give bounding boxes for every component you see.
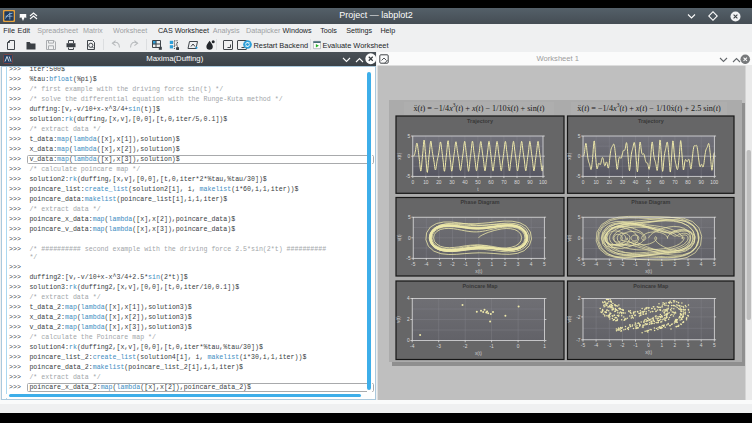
svg-text:3: 3 — [687, 343, 690, 348]
svg-text:5: 5 — [578, 215, 581, 220]
svg-text:v(t): v(t) — [567, 234, 572, 241]
svg-text:v(t): v(t) — [567, 315, 572, 322]
svg-text:5: 5 — [713, 343, 716, 348]
svg-text:1: 1 — [660, 262, 663, 267]
svg-text:0: 0 — [582, 180, 585, 185]
svg-text:-4: -4 — [594, 343, 599, 348]
svg-text:90: 90 — [527, 180, 533, 185]
svg-text:0: 0 — [578, 236, 581, 241]
svg-text:10: 10 — [593, 180, 599, 185]
svg-text:2: 2 — [504, 262, 507, 267]
svg-text:-2: -2 — [620, 262, 625, 267]
svg-text:30: 30 — [449, 180, 455, 185]
svg-text:-5: -5 — [576, 174, 581, 179]
svg-text:-4: -4 — [410, 344, 415, 349]
svg-text:Trajectory: Trajectory — [638, 118, 664, 124]
svg-text:10: 10 — [423, 180, 429, 185]
svg-text:-5: -5 — [411, 262, 416, 267]
svg-text:0: 0 — [411, 180, 414, 185]
svg-text:Phase Diagram: Phase Diagram — [631, 199, 670, 205]
svg-text:1: 1 — [660, 343, 663, 348]
svg-text:0: 0 — [647, 262, 650, 267]
svg-text:30: 30 — [620, 180, 626, 185]
svg-text:90: 90 — [699, 180, 705, 185]
svg-text:4: 4 — [700, 262, 703, 267]
svg-text:50: 50 — [475, 180, 481, 185]
svg-text:5: 5 — [543, 262, 546, 267]
svg-text:Trajectory: Trajectory — [467, 118, 493, 124]
svg-text:4: 4 — [407, 296, 410, 301]
svg-text:70: 70 — [672, 180, 678, 185]
svg-text:20: 20 — [436, 180, 442, 185]
svg-text:-5: -5 — [406, 256, 411, 261]
svg-text:-3: -3 — [607, 343, 612, 348]
svg-text:-1: -1 — [633, 262, 638, 267]
svg-text:100: 100 — [710, 180, 718, 185]
svg-text:1: 1 — [543, 344, 546, 349]
svg-text:20: 20 — [607, 180, 613, 185]
svg-text:50: 50 — [646, 180, 652, 185]
svg-text:0: 0 — [647, 343, 650, 348]
svg-text:-4: -4 — [594, 262, 599, 267]
svg-text:-1: -1 — [463, 262, 468, 267]
svg-text:Poincare Map: Poincare Map — [462, 283, 498, 289]
svg-text:0: 0 — [477, 262, 480, 267]
svg-text:40: 40 — [633, 180, 639, 185]
svg-text:3: 3 — [517, 262, 520, 267]
svg-text:-3: -3 — [437, 262, 442, 267]
svg-text:2: 2 — [674, 262, 677, 267]
svg-text:x(t): x(t) — [475, 269, 482, 274]
svg-text:-3: -3 — [437, 344, 442, 349]
svg-text:-3: -3 — [607, 262, 612, 267]
svg-text:5: 5 — [578, 134, 581, 139]
svg-text:-5: -5 — [581, 262, 586, 267]
svg-text:Poincare Map: Poincare Map — [633, 283, 669, 289]
svg-text:40: 40 — [462, 180, 468, 185]
svg-text:-1: -1 — [633, 343, 638, 348]
svg-text:5: 5 — [713, 262, 716, 267]
svg-text:0: 0 — [578, 154, 581, 159]
svg-text:-1: -1 — [489, 344, 494, 349]
svg-text:0: 0 — [408, 154, 411, 159]
svg-text:0: 0 — [407, 338, 410, 343]
svg-text:-5: -5 — [576, 257, 581, 262]
svg-text:0: 0 — [517, 344, 520, 349]
svg-text:2: 2 — [674, 343, 677, 348]
svg-text:0: 0 — [408, 236, 411, 241]
svg-text:3: 3 — [687, 262, 690, 267]
svg-text:60: 60 — [659, 180, 665, 185]
svg-text:100: 100 — [539, 180, 547, 185]
svg-text:80: 80 — [685, 180, 691, 185]
svg-text:70: 70 — [501, 180, 507, 185]
svg-text:-2: -2 — [576, 315, 581, 320]
svg-text:Phase Diagram: Phase Diagram — [461, 199, 500, 205]
svg-text:x(t): x(t) — [645, 350, 652, 355]
svg-text:4: 4 — [700, 343, 703, 348]
svg-text:-2: -2 — [463, 344, 468, 349]
svg-text:60: 60 — [488, 180, 494, 185]
svg-text:x(t): x(t) — [475, 351, 482, 356]
svg-text:-5: -5 — [406, 174, 411, 179]
svg-text:1: 1 — [491, 262, 494, 267]
svg-text:-4: -4 — [424, 262, 429, 267]
svg-text:-5: -5 — [581, 343, 586, 348]
svg-text:-7: -7 — [576, 338, 581, 343]
svg-text:80: 80 — [514, 180, 520, 185]
svg-text:x(t): x(t) — [645, 269, 652, 274]
svg-text:-2: -2 — [450, 262, 455, 267]
svg-text:5: 5 — [408, 134, 411, 139]
svg-text:4: 4 — [530, 262, 533, 267]
svg-text:5: 5 — [408, 215, 411, 220]
svg-text:v(t): v(t) — [396, 316, 401, 323]
svg-text:2: 2 — [407, 317, 410, 322]
svg-text:2: 2 — [578, 296, 581, 301]
svg-text:v(t): v(t) — [397, 234, 402, 241]
svg-text:x(t): x(t) — [397, 152, 402, 159]
svg-text:x(t): x(t) — [567, 152, 572, 159]
svg-text:-2: -2 — [620, 343, 625, 348]
